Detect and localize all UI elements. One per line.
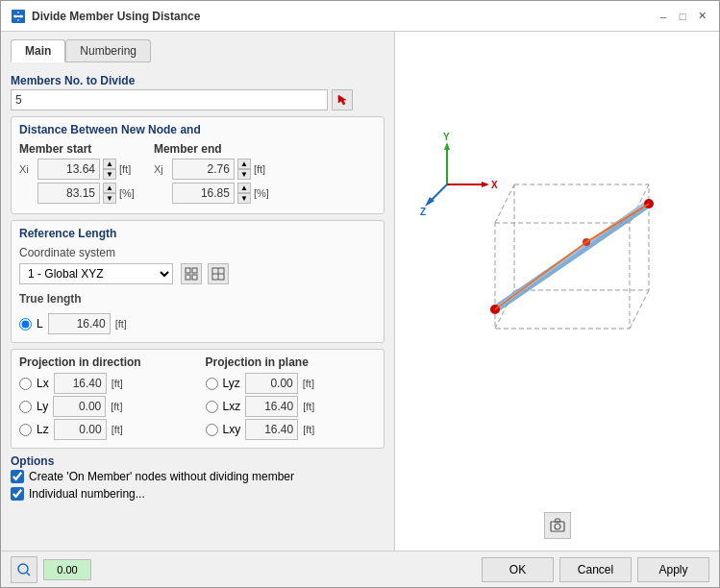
cancel-button[interactable]: Cancel: [559, 557, 632, 582]
lyz-row: Lyz [ft]: [206, 373, 377, 394]
title-bar: Divide Member Using Distance – □ ✕: [1, 1, 719, 32]
l-radio[interactable]: [19, 318, 32, 331]
close-button[interactable]: ✕: [694, 9, 709, 24]
members-section: Members No. to Divide: [11, 74, 385, 110]
xj-unit: [ft]: [254, 163, 265, 175]
xj-pct-input[interactable]: [172, 183, 235, 204]
lxz-radio[interactable]: [206, 401, 218, 413]
axis-arrows: Y X Z: [420, 132, 498, 217]
member-start-label: Member start: [19, 142, 135, 156]
member-end-label: Member end: [154, 142, 269, 156]
lxz-label: Lxz: [223, 400, 241, 413]
lx-label: Lx: [37, 377, 49, 390]
apply-button[interactable]: Apply: [637, 557, 709, 582]
xi-up-btn[interactable]: ▲: [103, 159, 116, 169]
xi-pct-input[interactable]: [37, 183, 100, 204]
svg-line-22: [495, 184, 514, 223]
xj-pct-up-btn[interactable]: ▲: [237, 183, 251, 193]
preview-settings-button[interactable]: [544, 512, 571, 539]
tab-main[interactable]: Main: [11, 39, 65, 62]
svg-rect-7: [186, 275, 190, 280]
xj-pct-unit: [%]: [254, 187, 269, 199]
checkbox2[interactable]: [11, 487, 24, 501]
members-label: Members No. to Divide: [11, 74, 385, 87]
xj-input[interactable]: [172, 159, 235, 180]
members-pick-button[interactable]: [332, 89, 353, 110]
xi-input[interactable]: [37, 159, 100, 180]
xi-down-btn[interactable]: ▼: [103, 169, 116, 180]
maximize-button[interactable]: □: [675, 9, 690, 24]
checkbox1-label: Create 'On Member' nodes without dividin…: [29, 470, 294, 483]
xj-spinners: ▲ ▼: [237, 159, 251, 180]
direction-col: Projection in direction Lx [ft] Ly [ft]: [19, 355, 190, 442]
xi-pct-spinners: ▲ ▼: [103, 183, 116, 204]
xj-pct-down-btn[interactable]: ▼: [237, 193, 251, 204]
lx-unit: [ft]: [112, 378, 123, 389]
xi-pct-row: ▲ ▼ [%]: [19, 183, 135, 204]
lxz-input[interactable]: [245, 396, 298, 417]
search-button[interactable]: [11, 556, 37, 583]
xi-pct-down-btn[interactable]: ▼: [103, 193, 116, 204]
grid-icon-btn2[interactable]: [208, 263, 229, 284]
lx-input[interactable]: [54, 373, 107, 394]
lxy-label: Lxy: [223, 423, 241, 436]
svg-text:Z: Z: [420, 207, 426, 217]
lxz-unit: [ft]: [303, 401, 314, 412]
coord-row: Coordinate system: [19, 246, 376, 259]
ly-input[interactable]: [53, 396, 106, 417]
main-window: Divide Member Using Distance – □ ✕ Main …: [0, 0, 720, 588]
lx-radio[interactable]: [19, 378, 32, 390]
value-display: 0.00: [43, 559, 91, 580]
xj-pct-row: ▲ ▼ [%]: [154, 183, 269, 204]
coord-select[interactable]: 1 - Global XYZ: [19, 263, 173, 284]
left-panel: Main Numbering Members No. to Divide Dis: [1, 32, 395, 551]
ok-button[interactable]: OK: [482, 557, 554, 582]
minimize-button[interactable]: –: [656, 9, 671, 24]
svg-line-33: [495, 242, 586, 309]
lyz-radio[interactable]: [206, 378, 218, 390]
content-area: Main Numbering Members No. to Divide Dis: [1, 32, 719, 551]
coord-select-row: 1 - Global XYZ: [19, 263, 376, 284]
svg-marker-16: [482, 182, 489, 187]
checkbox2-label: Individual numbering...: [29, 487, 145, 501]
lyz-unit: [ft]: [303, 378, 314, 389]
grid-icon-btn1[interactable]: [181, 263, 202, 284]
xi-pct-up-btn[interactable]: ▲: [103, 183, 116, 193]
xi-spinners: ▲ ▼: [103, 159, 116, 180]
member-start-col: Member start Xi ▲ ▼ [ft]: [19, 142, 135, 204]
xj-label: Xj: [154, 163, 169, 175]
l-value-input[interactable]: [48, 313, 111, 334]
bottom-bar: 0.00 OK Cancel Apply: [1, 551, 719, 587]
lxy-radio[interactable]: [206, 424, 218, 436]
xi-unit: [ft]: [119, 163, 131, 175]
svg-marker-36: [555, 519, 560, 522]
member-end-col: Member end Xj ▲ ▼ [ft]: [154, 142, 269, 204]
members-input[interactable]: [11, 89, 328, 110]
reference-section: Reference Length Coordinate system 1 - G…: [11, 220, 385, 343]
cursor-icon: [335, 93, 349, 107]
title-buttons: – □ ✕: [656, 9, 709, 24]
distance-label: Distance Between New Node and: [19, 123, 376, 136]
ly-radio[interactable]: [19, 401, 32, 413]
lxy-input[interactable]: [245, 419, 298, 440]
svg-line-24: [630, 290, 649, 329]
xj-down-btn[interactable]: ▼: [237, 169, 251, 180]
lyz-input[interactable]: [245, 373, 298, 394]
lz-radio[interactable]: [19, 424, 32, 436]
search-icon: [16, 562, 32, 577]
coord-system-label: Coordinate system: [19, 246, 115, 259]
ly-row: Ly [ft]: [19, 396, 190, 417]
xj-up-btn[interactable]: ▲: [237, 159, 251, 169]
svg-rect-25: [495, 223, 630, 329]
lz-input[interactable]: [54, 419, 107, 440]
options-section: Options Create 'On Member' nodes without…: [11, 454, 385, 501]
plane-label: Projection in plane: [206, 355, 377, 369]
checkbox1[interactable]: [11, 470, 24, 483]
distance-section: Distance Between New Node and Member sta…: [11, 116, 385, 214]
svg-line-38: [27, 573, 30, 576]
tab-numbering[interactable]: Numbering: [65, 39, 151, 62]
grid2-icon: [211, 267, 225, 281]
action-buttons: OK Cancel Apply: [482, 557, 709, 582]
options-checkboxes: Create 'On Member' nodes without dividin…: [11, 470, 385, 501]
direction-label: Projection in direction: [19, 355, 190, 369]
